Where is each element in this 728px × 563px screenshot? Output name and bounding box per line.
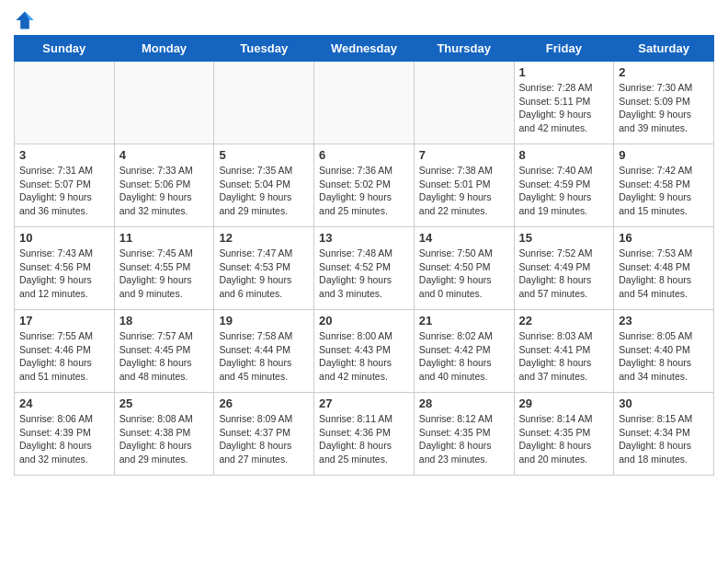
day-info: Sunrise: 7:57 AM Sunset: 4:45 PM Dayligh… [119,329,210,384]
day-number: 29 [519,396,609,410]
calendar-cell: 27Sunrise: 8:11 AM Sunset: 4:36 PM Dayli… [314,393,415,476]
day-number: 23 [619,314,709,327]
day-info: Sunrise: 7:36 AM Sunset: 5:02 PM Dayligh… [319,164,409,218]
calendar-cell: 11Sunrise: 7:45 AM Sunset: 4:55 PM Dayli… [114,227,214,310]
day-number: 4 [119,148,210,162]
day-info: Sunrise: 8:06 AM Sunset: 4:39 PM Dayligh… [19,412,109,466]
day-number: 30 [619,396,709,410]
calendar-cell: 3Sunrise: 7:31 AM Sunset: 5:07 PM Daylig… [15,144,115,227]
day-number: 18 [119,314,210,327]
calendar-cell: 25Sunrise: 8:08 AM Sunset: 4:38 PM Dayli… [114,393,214,476]
calendar-cell: 12Sunrise: 7:47 AM Sunset: 4:53 PM Dayli… [214,227,314,310]
calendar-cell: 2Sunrise: 7:30 AM Sunset: 5:09 PM Daylig… [614,62,714,144]
day-info: Sunrise: 8:08 AM Sunset: 4:38 PM Dayligh… [119,412,210,466]
week-row-0: 1Sunrise: 7:28 AM Sunset: 5:11 PM Daylig… [15,62,714,144]
calendar-cell: 26Sunrise: 8:09 AM Sunset: 4:37 PM Dayli… [214,393,314,476]
calendar-cell: 15Sunrise: 7:52 AM Sunset: 4:49 PM Dayli… [514,227,614,310]
calendar-cell: 7Sunrise: 7:38 AM Sunset: 5:01 PM Daylig… [414,144,514,227]
calendar-cell: 16Sunrise: 7:53 AM Sunset: 4:48 PM Dayli… [614,227,714,310]
day-info: Sunrise: 7:43 AM Sunset: 4:56 PM Dayligh… [19,247,109,301]
day-info: Sunrise: 7:55 AM Sunset: 4:46 PM Dayligh… [19,329,109,384]
day-number: 28 [419,396,509,410]
day-number: 17 [19,314,109,327]
day-info: Sunrise: 7:45 AM Sunset: 4:55 PM Dayligh… [119,247,210,301]
calendar-cell [214,62,314,144]
logo [14,9,40,31]
page-container: SundayMondayTuesdayWednesdayThursdayFrid… [0,0,728,485]
day-number: 15 [519,231,609,245]
calendar-table: SundayMondayTuesdayWednesdayThursdayFrid… [14,35,714,476]
day-info: Sunrise: 7:40 AM Sunset: 4:59 PM Dayligh… [519,164,609,218]
week-row-2: 10Sunrise: 7:43 AM Sunset: 4:56 PM Dayli… [15,227,714,310]
day-number: 25 [119,396,210,410]
header-cell-friday: Friday [514,36,614,62]
day-number: 26 [219,396,309,410]
calendar-cell: 1Sunrise: 7:28 AM Sunset: 5:11 PM Daylig… [514,62,614,144]
day-number: 19 [219,314,309,327]
calendar-cell [414,62,514,144]
day-number: 7 [419,148,509,162]
day-number: 5 [219,148,309,162]
calendar-cell: 5Sunrise: 7:35 AM Sunset: 5:04 PM Daylig… [214,144,314,227]
day-info: Sunrise: 7:52 AM Sunset: 4:49 PM Dayligh… [519,247,609,301]
week-row-1: 3Sunrise: 7:31 AM Sunset: 5:07 PM Daylig… [15,144,714,227]
calendar-body: 1Sunrise: 7:28 AM Sunset: 5:11 PM Daylig… [15,62,714,476]
day-info: Sunrise: 8:15 AM Sunset: 4:34 PM Dayligh… [619,412,709,466]
day-info: Sunrise: 7:47 AM Sunset: 4:53 PM Dayligh… [219,247,309,301]
calendar-cell: 10Sunrise: 7:43 AM Sunset: 4:56 PM Dayli… [15,227,115,310]
calendar-cell: 24Sunrise: 8:06 AM Sunset: 4:39 PM Dayli… [15,393,115,476]
header-cell-tuesday: Tuesday [214,36,314,62]
day-info: Sunrise: 7:48 AM Sunset: 4:52 PM Dayligh… [319,247,409,301]
day-info: Sunrise: 7:33 AM Sunset: 5:06 PM Dayligh… [119,164,210,218]
day-number: 16 [619,231,709,245]
calendar-cell: 28Sunrise: 8:12 AM Sunset: 4:35 PM Dayli… [414,393,514,476]
day-number: 9 [619,148,709,162]
calendar-cell: 29Sunrise: 8:14 AM Sunset: 4:35 PM Dayli… [514,393,614,476]
day-info: Sunrise: 7:31 AM Sunset: 5:07 PM Dayligh… [19,164,109,218]
header-row: SundayMondayTuesdayWednesdayThursdayFrid… [15,36,714,62]
day-info: Sunrise: 7:50 AM Sunset: 4:50 PM Dayligh… [419,247,509,301]
day-number: 21 [419,314,509,327]
day-number: 3 [19,148,109,162]
day-info: Sunrise: 7:53 AM Sunset: 4:48 PM Dayligh… [619,247,709,301]
day-number: 12 [219,231,309,245]
header-cell-thursday: Thursday [414,36,514,62]
day-number: 8 [519,148,609,162]
calendar-cell: 9Sunrise: 7:42 AM Sunset: 4:58 PM Daylig… [614,144,714,227]
calendar-cell [114,62,214,144]
calendar-cell: 22Sunrise: 8:03 AM Sunset: 4:41 PM Dayli… [514,310,614,393]
calendar-cell: 17Sunrise: 7:55 AM Sunset: 4:46 PM Dayli… [15,310,115,393]
calendar-cell: 8Sunrise: 7:40 AM Sunset: 4:59 PM Daylig… [514,144,614,227]
day-number: 27 [319,396,409,410]
day-number: 2 [619,65,709,79]
day-info: Sunrise: 8:00 AM Sunset: 4:43 PM Dayligh… [319,329,409,384]
calendar-cell: 21Sunrise: 8:02 AM Sunset: 4:42 PM Dayli… [414,310,514,393]
week-row-4: 24Sunrise: 8:06 AM Sunset: 4:39 PM Dayli… [15,393,714,476]
day-info: Sunrise: 8:05 AM Sunset: 4:40 PM Dayligh… [619,329,709,384]
day-info: Sunrise: 8:02 AM Sunset: 4:42 PM Dayligh… [419,329,509,384]
header-cell-monday: Monday [114,36,214,62]
day-number: 1 [519,65,609,79]
calendar-cell: 19Sunrise: 7:58 AM Sunset: 4:44 PM Dayli… [214,310,314,393]
day-number: 20 [319,314,409,327]
day-info: Sunrise: 7:42 AM Sunset: 4:58 PM Dayligh… [619,164,709,218]
calendar-cell: 23Sunrise: 8:05 AM Sunset: 4:40 PM Dayli… [614,310,714,393]
day-number: 22 [519,314,609,327]
day-number: 13 [319,231,409,245]
header-cell-saturday: Saturday [614,36,714,62]
calendar-cell: 18Sunrise: 7:57 AM Sunset: 4:45 PM Dayli… [114,310,214,393]
day-info: Sunrise: 7:28 AM Sunset: 5:11 PM Dayligh… [519,81,609,135]
day-number: 6 [319,148,409,162]
week-row-3: 17Sunrise: 7:55 AM Sunset: 4:46 PM Dayli… [15,310,714,393]
day-info: Sunrise: 7:30 AM Sunset: 5:09 PM Dayligh… [619,81,709,135]
day-number: 10 [19,231,109,245]
day-info: Sunrise: 8:14 AM Sunset: 4:35 PM Dayligh… [519,412,609,466]
day-info: Sunrise: 7:58 AM Sunset: 4:44 PM Dayligh… [219,329,309,384]
calendar-cell: 6Sunrise: 7:36 AM Sunset: 5:02 PM Daylig… [314,144,415,227]
header-cell-wednesday: Wednesday [314,36,415,62]
logo-icon [14,9,36,31]
calendar-cell: 30Sunrise: 8:15 AM Sunset: 4:34 PM Dayli… [614,393,714,476]
day-info: Sunrise: 7:35 AM Sunset: 5:04 PM Dayligh… [219,164,309,218]
calendar-cell [15,62,115,144]
header-cell-sunday: Sunday [15,36,115,62]
